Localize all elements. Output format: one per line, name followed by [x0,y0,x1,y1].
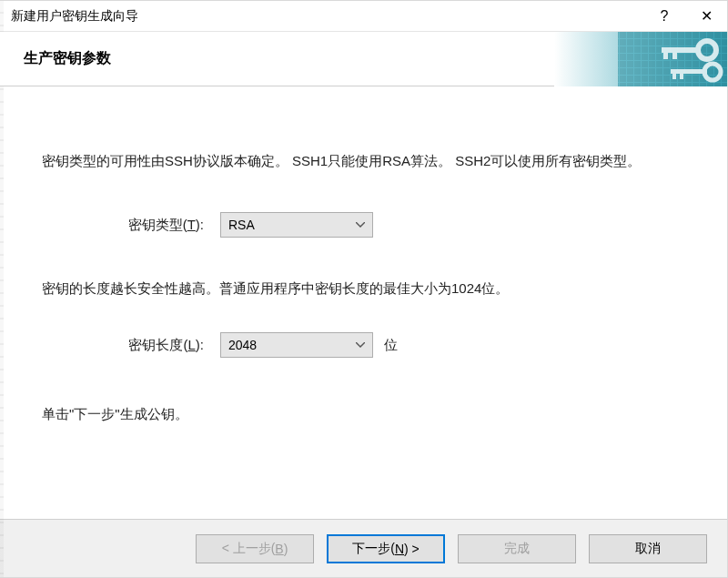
svg-rect-7 [672,53,677,59]
banner-title: 生产密钥参数 [0,49,111,68]
next-button[interactable]: 下一步(N) > [327,534,445,563]
label-key-length-pre: 密钥长度( [128,337,187,352]
cancel-button[interactable]: 取消 [589,534,707,563]
label-key-length: 密钥长度(L): [42,337,220,354]
description-key-length: 密钥的长度越长安全性越高。普通应用程序中密钥长度的最佳大小为1024位。 [42,278,685,299]
next-button-accel: N [395,542,404,556]
svg-rect-9 [671,69,707,74]
label-key-type-post: ): [196,217,204,232]
instruction-next: 单击"下一步"生成公钥。 [42,403,685,425]
label-key-type-pre: 密钥类型( [128,217,187,232]
close-button[interactable]: ✕ [685,1,727,32]
svg-rect-10 [672,74,676,79]
back-button-pre: < 上一步( [222,541,276,557]
label-key-type-accel: T [187,217,196,232]
wizard-body: 密钥类型的可用性由SSH协议版本确定。 SSH1只能使用RSA算法。 SSH2可… [0,86,727,519]
banner: 生产密钥参数 [0,32,727,86]
combo-key-type[interactable]: RSA [220,212,373,238]
svg-rect-11 [680,74,683,79]
help-button[interactable]: ? [643,1,685,32]
label-key-type: 密钥类型(T): [42,217,220,234]
combo-key-length-value: 2048 [228,338,365,352]
combo-key-type-value: RSA [228,218,365,232]
back-button: < 上一步(B) [196,534,314,563]
back-button-post: ) [284,542,288,556]
description-key-type: 密钥类型的可用性由SSH协议版本确定。 SSH1只能使用RSA算法。 SSH2可… [42,150,685,172]
label-key-length-unit: 位 [384,337,398,354]
field-key-type: 密钥类型(T): RSA [42,212,685,238]
banner-art [554,32,727,86]
window-title: 新建用户密钥生成向导 [11,8,643,25]
combo-key-length[interactable]: 2048 [220,332,373,358]
label-key-length-accel: L [187,337,195,352]
next-button-pre: 下一步( [352,541,395,557]
back-button-accel: B [275,542,283,556]
next-button-post: ) > [404,542,420,556]
wizard-window: 新建用户密钥生成向导 ? ✕ 生产密钥参数 [0,0,728,578]
svg-rect-5 [662,47,700,53]
field-key-length: 密钥长度(L): 2048 位 [42,332,685,358]
wizard-footer: < 上一步(B) 下一步(N) > 完成 取消 [0,519,727,577]
label-key-length-post: ): [196,337,204,352]
titlebar: 新建用户密钥生成向导 ? ✕ [0,1,727,32]
finish-button: 完成 [458,534,576,563]
svg-rect-6 [663,53,668,59]
